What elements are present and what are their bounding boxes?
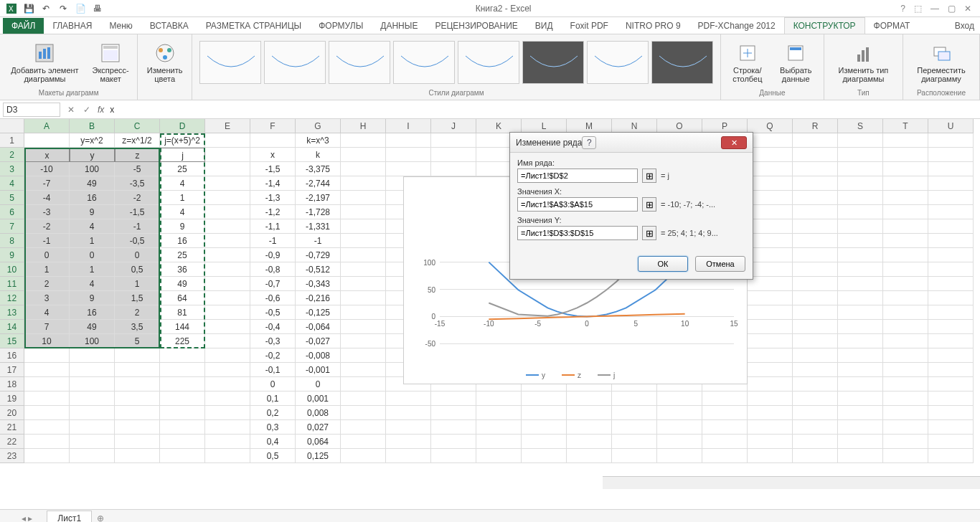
cell[interactable] — [24, 435, 70, 449]
row-header[interactable]: 12 — [0, 291, 24, 305]
cell[interactable] — [70, 392, 115, 406]
column-header[interactable]: E — [205, 119, 250, 133]
cell[interactable] — [431, 406, 476, 420]
cell[interactable] — [928, 148, 974, 162]
cell[interactable] — [838, 363, 883, 377]
cell[interactable] — [657, 420, 702, 435]
cell[interactable]: -0,7 — [250, 277, 296, 291]
cell[interactable] — [341, 148, 386, 162]
cell[interactable]: -3,375 — [296, 162, 341, 176]
cell[interactable] — [838, 435, 883, 449]
cell[interactable]: 16 — [70, 305, 115, 320]
cell[interactable]: 10 — [24, 334, 70, 348]
dialog-help-icon[interactable]: ? — [582, 136, 596, 149]
cell[interactable]: -4 — [24, 191, 70, 205]
cell[interactable] — [883, 305, 928, 320]
cell[interactable]: 0 — [296, 377, 341, 392]
cell[interactable]: 1 — [160, 191, 205, 205]
cell[interactable] — [928, 420, 974, 435]
cell[interactable] — [702, 435, 748, 449]
cell[interactable]: 0,064 — [296, 435, 341, 449]
cell[interactable] — [341, 406, 386, 420]
cancel-formula-icon[interactable]: ✕ — [63, 105, 79, 115]
cell[interactable] — [883, 348, 928, 363]
new-icon[interactable]: 📄 — [72, 1, 89, 16]
cell[interactable] — [838, 248, 883, 262]
cell[interactable] — [838, 291, 883, 305]
cell[interactable] — [748, 162, 793, 176]
cell[interactable] — [838, 133, 883, 148]
row-header[interactable]: 22 — [0, 435, 24, 449]
cell[interactable] — [476, 449, 522, 463]
cell[interactable] — [70, 348, 115, 363]
cell[interactable] — [883, 277, 928, 291]
cell[interactable] — [205, 262, 250, 277]
cell[interactable] — [838, 305, 883, 320]
cell[interactable] — [657, 435, 702, 449]
cell[interactable] — [838, 191, 883, 205]
cell[interactable] — [748, 377, 793, 392]
cell[interactable] — [883, 420, 928, 435]
cell[interactable] — [341, 305, 386, 320]
cell[interactable] — [883, 234, 928, 248]
series-name-input[interactable] — [517, 169, 638, 183]
range-picker-icon[interactable]: ⊞ — [642, 169, 656, 183]
cell[interactable]: -2,197 — [296, 191, 341, 205]
cell[interactable] — [928, 219, 974, 234]
cell[interactable] — [386, 406, 431, 420]
tab-formulas[interactable]: ФОРМУЛЫ — [310, 18, 372, 34]
undo-icon[interactable]: ↶ — [37, 1, 55, 16]
cell[interactable] — [748, 420, 793, 435]
cell[interactable]: y=x^2 — [70, 133, 115, 148]
cell[interactable] — [115, 363, 160, 377]
cell[interactable]: 0 — [250, 377, 296, 392]
cell[interactable] — [793, 191, 838, 205]
cell[interactable]: 3,5 — [115, 320, 160, 334]
cell[interactable]: 0,5 — [115, 262, 160, 277]
cell[interactable] — [702, 420, 748, 435]
cell[interactable]: -0,343 — [296, 277, 341, 291]
change-chart-type-button[interactable]: Изменить тип диаграммы — [829, 39, 898, 86]
cell[interactable] — [838, 262, 883, 277]
column-header[interactable]: R — [793, 119, 838, 133]
cell[interactable] — [386, 435, 431, 449]
cell[interactable] — [115, 420, 160, 435]
cell[interactable] — [205, 377, 250, 392]
cell[interactable]: -0,4 — [250, 320, 296, 334]
minimize-icon[interactable]: — — [930, 4, 939, 14]
cell[interactable] — [341, 162, 386, 176]
cell[interactable] — [386, 162, 431, 176]
cell[interactable] — [205, 205, 250, 219]
help-icon[interactable]: ? — [900, 4, 905, 14]
cell[interactable] — [928, 291, 974, 305]
cell[interactable] — [24, 449, 70, 463]
cell[interactable] — [838, 148, 883, 162]
style-thumb[interactable] — [458, 41, 519, 84]
cell[interactable] — [793, 420, 838, 435]
cell[interactable] — [70, 377, 115, 392]
cell[interactable] — [205, 191, 250, 205]
cell[interactable] — [748, 205, 793, 219]
cell[interactable]: -1,2 — [250, 205, 296, 219]
cell[interactable] — [928, 363, 974, 377]
row-header[interactable]: 3 — [0, 162, 24, 176]
cell[interactable]: -3,5 — [115, 176, 160, 191]
cell[interactable]: 1,5 — [115, 291, 160, 305]
cell[interactable] — [205, 334, 250, 348]
cell[interactable]: j — [160, 148, 205, 162]
cell[interactable]: 7 — [24, 320, 70, 334]
row-header[interactable]: 21 — [0, 420, 24, 435]
cell[interactable]: -2 — [24, 219, 70, 234]
cell[interactable] — [793, 377, 838, 392]
cell[interactable] — [341, 320, 386, 334]
cell[interactable] — [341, 205, 386, 219]
cell[interactable] — [793, 406, 838, 420]
cell[interactable] — [431, 162, 476, 176]
cell[interactable]: -0,6 — [250, 291, 296, 305]
cell[interactable] — [160, 435, 205, 449]
cell[interactable] — [883, 248, 928, 262]
cell[interactable]: z — [115, 148, 160, 162]
cell[interactable] — [341, 348, 386, 363]
cell[interactable] — [928, 377, 974, 392]
cell[interactable] — [341, 219, 386, 234]
